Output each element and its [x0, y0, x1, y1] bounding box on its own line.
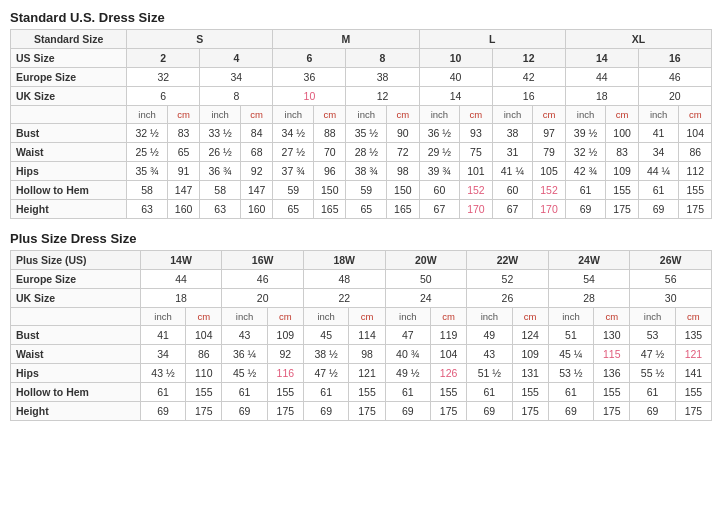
standard-title: Standard U.S. Dress Size [10, 10, 712, 25]
standard-table: Standard SizeSMLXLUS Size246810121416Eur… [10, 29, 712, 219]
plus-title: Plus Size Dress Size [10, 231, 712, 246]
plus-table: Plus Size (US)14W16W18W20W22W24W26WEurop… [10, 250, 712, 421]
